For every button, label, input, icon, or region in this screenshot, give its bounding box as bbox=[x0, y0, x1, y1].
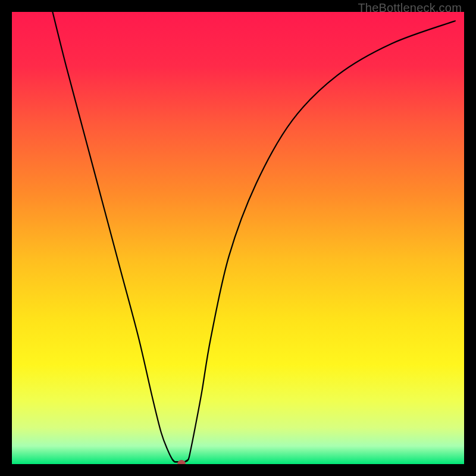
minimum-marker bbox=[177, 460, 186, 464]
bottleneck-curve bbox=[12, 12, 464, 464]
plot-area bbox=[12, 12, 464, 464]
chart-frame: TheBottleneck.com bbox=[0, 0, 476, 476]
